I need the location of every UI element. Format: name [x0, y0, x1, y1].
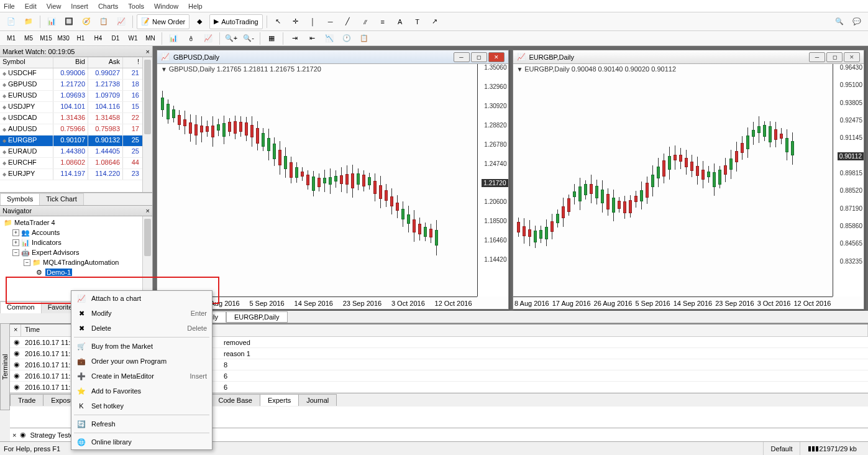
tf-mn[interactable]: MN [143, 32, 158, 45]
chart2-minimize-icon[interactable]: ─ [809, 52, 825, 62]
ctx-buy-from-the-market[interactable]: 🛒Buy from the Market [71, 339, 212, 354]
autotrading-button[interactable]: ▶ AutoTrading [209, 14, 263, 29]
arrows-icon[interactable]: ↗ [427, 14, 442, 29]
hline-icon[interactable]: ─ [323, 14, 338, 29]
chart2-maximize-icon[interactable]: ◻ [826, 52, 843, 62]
menu-insert[interactable]: Insert [71, 2, 88, 10]
strategy-tester-label[interactable]: Strategy Tester [30, 431, 76, 439]
tf-m5[interactable]: M5 [21, 32, 36, 45]
ctx-set-hotkey[interactable]: KSet hotkey [71, 398, 212, 413]
market-watch-close-icon[interactable]: × [146, 48, 150, 55]
mw-row-eurchf[interactable]: EURCHF1.086021.0864644 [0, 158, 152, 169]
ctx-attach-to-a-chart[interactable]: 📈Attach to a chart [71, 291, 212, 306]
chart1-maximize-icon[interactable]: ◻ [471, 52, 487, 62]
market-watch-scrollbar[interactable] [142, 57, 152, 192]
metaeditor-icon[interactable]: ◆ [192, 14, 207, 29]
ctx-refresh[interactable]: 🔄Refresh [71, 416, 212, 431]
mw-row-usdjpy[interactable]: USDJPY104.101104.11615 [0, 102, 152, 113]
tf-d1[interactable]: D1 [108, 32, 123, 45]
shift-icon[interactable]: ⇤ [304, 31, 319, 46]
chart1-body[interactable]: ▼ GBPUSD,Daily 1.21765 1.21811 1.21675 1… [157, 64, 508, 309]
mw-row-usdchf[interactable]: USDCHF0.990060.9902721 [0, 68, 152, 80]
profiles-icon[interactable]: 📁 [21, 14, 36, 29]
chart1-close-icon[interactable]: ✕ [488, 52, 505, 62]
tester-icon[interactable]: 📈 [114, 14, 129, 29]
tf-h1[interactable]: H1 [73, 32, 88, 45]
chart2-body[interactable]: ▼ EURGBP,Daily 0.90048 0.90140 0.90020 0… [513, 64, 864, 309]
text-icon[interactable]: A [393, 14, 408, 29]
bar-chart-icon[interactable]: 📊 [166, 31, 181, 46]
chart2-titlebar[interactable]: 📈 EURGBP,Daily ─ ◻ ✕ [513, 50, 864, 64]
search-icon[interactable]: 🔍 [832, 14, 847, 29]
tree-ea-folder[interactable]: −📁MQL4TradingAutomation [1, 257, 151, 267]
crosshair-icon[interactable]: ✛ [288, 14, 303, 29]
periods-icon[interactable]: 🕐 [339, 31, 354, 46]
tf-m15[interactable]: M15 [39, 32, 53, 45]
text-label-icon[interactable]: T [410, 14, 425, 29]
tf-m1[interactable]: M1 [4, 32, 19, 45]
mw-row-audusd[interactable]: AUDUSD0.759660.7598317 [0, 124, 152, 136]
mw-row-gbpusd[interactable]: GBPUSD1.217201.2173818 [0, 80, 152, 91]
chart1-minimize-icon[interactable]: ─ [454, 52, 470, 62]
menu-file[interactable]: File [4, 2, 15, 10]
fibo-icon[interactable]: ≡ [375, 14, 390, 29]
tab-symbols[interactable]: Symbols [0, 193, 40, 205]
vline-icon[interactable]: │ [306, 14, 321, 29]
menu-window[interactable]: Window [154, 2, 178, 10]
navigator-scrollbar[interactable] [142, 216, 152, 301]
tile-icon[interactable]: ▦ [264, 31, 279, 46]
ctx-add-to-favorites[interactable]: ⭐Add to Favorites [71, 384, 212, 398]
mw-row-eurusd[interactable]: EURUSD1.096931.0970916 [0, 91, 152, 102]
ttab-codebase[interactable]: Code Base [210, 394, 260, 406]
tree-accounts[interactable]: +👥Accounts [1, 228, 151, 237]
market-watch-icon[interactable]: 📊 [44, 14, 59, 29]
mw-row-eurjpy[interactable]: EURJPY114.197114.22023 [0, 169, 152, 180]
tf-m30[interactable]: M30 [56, 32, 71, 45]
menu-help[interactable]: Help [188, 2, 203, 10]
ctx-modify[interactable]: ✖ModifyEnter [71, 306, 212, 321]
tree-indicators[interactable]: +📊Indicators [1, 237, 151, 247]
tree-root[interactable]: 📁MetaTrader 4 [1, 218, 151, 228]
ctx-online-library[interactable]: 🌐Online library [71, 434, 212, 449]
mw-row-eurgbp[interactable]: EURGBP0.901070.9013225 [0, 136, 152, 147]
new-chart-icon[interactable]: 📄 [4, 14, 19, 29]
tab-common[interactable]: Common [0, 301, 42, 313]
indicators-icon[interactable]: 📉 [322, 31, 337, 46]
chat-icon[interactable]: 💬 [849, 14, 864, 29]
ttab-journal[interactable]: Journal [298, 394, 337, 406]
ctx-delete[interactable]: ✖DeleteDelete [71, 321, 212, 336]
chart2-close-icon[interactable]: ✕ [844, 52, 860, 62]
line-chart-icon[interactable]: 📈 [201, 31, 216, 46]
trendline-icon[interactable]: ╱ [340, 14, 355, 29]
new-order-button[interactable]: 📝 New Order [137, 14, 190, 29]
templates-icon[interactable]: 📋 [357, 31, 372, 46]
zoom-in-icon[interactable]: 🔍+ [224, 31, 239, 46]
mw-row-usdcad[interactable]: USDCAD1.314361.3145822 [0, 113, 152, 124]
chart1-titlebar[interactable]: 📈 GBPUSD,Daily ─ ◻ ✕ [157, 50, 508, 64]
autoscroll-icon[interactable]: ⇥ [287, 31, 302, 46]
navigator-close-icon[interactable]: × [146, 207, 150, 214]
tf-h4[interactable]: H4 [91, 32, 106, 45]
candle-chart-icon[interactable]: 🕯 [183, 31, 198, 46]
navigator-icon[interactable]: 🧭 [79, 14, 94, 29]
menu-view[interactable]: View [47, 2, 62, 10]
tab-tick-chart[interactable]: Tick Chart [39, 193, 84, 205]
chart-tab-eurgbp[interactable]: EURGBP,Daily [226, 311, 288, 323]
strategy-close-icon[interactable]: × [12, 431, 16, 439]
ctx-order-your-own-program[interactable]: 💼Order your own Program [71, 354, 212, 369]
terminal-close-icon[interactable]: × [10, 324, 21, 336]
zoom-out-icon[interactable]: 🔍- [241, 31, 256, 46]
tf-w1[interactable]: W1 [126, 32, 140, 45]
menu-charts[interactable]: Charts [98, 2, 118, 10]
mw-row-euraud[interactable]: EURAUD1.443801.4440525 [0, 147, 152, 158]
menu-edit[interactable]: Edit [25, 2, 37, 10]
terminal-icon[interactable]: 📋 [96, 14, 111, 29]
cursor-icon[interactable]: ↖ [271, 14, 286, 29]
ttab-trade[interactable]: Trade [10, 394, 43, 406]
ttab-experts[interactable]: Experts [260, 394, 299, 406]
tree-ea-item[interactable]: ⚙Demo-1 [1, 267, 151, 277]
tree-expert-advisors[interactable]: −🤖Expert Advisors [1, 247, 151, 257]
channel-icon[interactable]: ⫽ [358, 14, 373, 29]
menu-tools[interactable]: Tools [128, 2, 144, 10]
data-window-icon[interactable]: 🔲 [62, 14, 76, 29]
